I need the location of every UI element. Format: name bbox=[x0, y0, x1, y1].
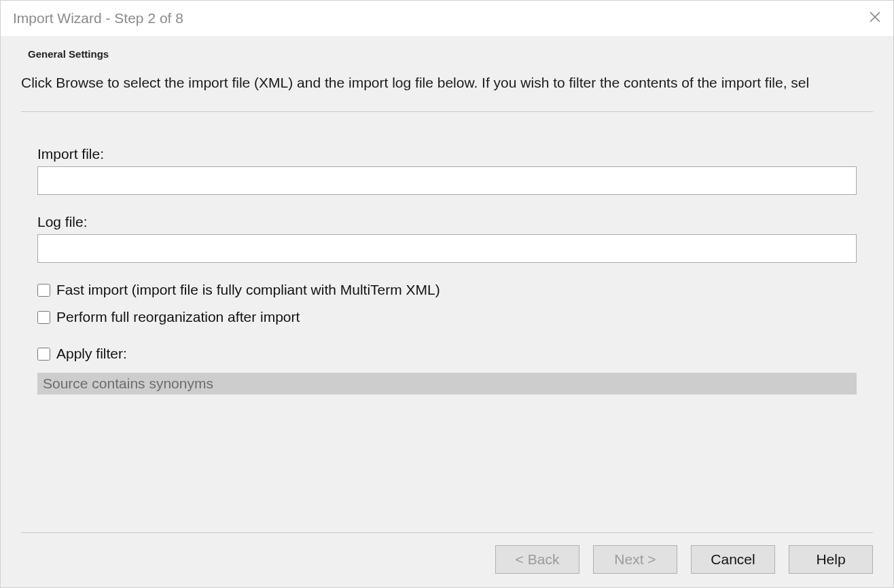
fast-import-label: Fast import (import file is fully compli… bbox=[56, 282, 440, 298]
help-button[interactable]: Help bbox=[789, 545, 873, 574]
client-area: General Settings Click Browse to select … bbox=[1, 36, 893, 587]
reorg-checkbox[interactable] bbox=[37, 311, 50, 324]
log-file-input[interactable] bbox=[37, 234, 857, 263]
form-area: Import file: Log file: Fast import (impo… bbox=[21, 146, 873, 394]
wizard-dialog: Import Wizard - Step 2 of 8 General Sett… bbox=[0, 0, 894, 588]
import-file-label: Import file: bbox=[37, 146, 857, 162]
fast-import-checkbox[interactable] bbox=[37, 284, 50, 297]
back-button[interactable]: < Back bbox=[495, 545, 579, 574]
log-file-label: Log file: bbox=[37, 214, 857, 230]
window-title: Import Wizard - Step 2 of 8 bbox=[13, 10, 183, 26]
section-heading: General Settings bbox=[28, 48, 873, 60]
reorg-row: Perform full reorganization after import bbox=[37, 309, 857, 325]
titlebar: Import Wizard - Step 2 of 8 bbox=[1, 1, 893, 36]
close-icon[interactable] bbox=[869, 11, 881, 26]
import-file-input[interactable] bbox=[37, 166, 857, 195]
button-row: < Back Next > Cancel Help bbox=[21, 545, 873, 574]
apply-filter-row: Apply filter: bbox=[37, 346, 857, 362]
filter-group: Apply filter: Source contains synonyms bbox=[37, 346, 857, 394]
next-button[interactable]: Next > bbox=[593, 545, 677, 574]
cancel-button[interactable]: Cancel bbox=[691, 545, 775, 574]
instruction-text: Click Browse to select the import file (… bbox=[21, 75, 873, 91]
divider-bottom bbox=[21, 532, 873, 533]
apply-filter-label: Apply filter: bbox=[56, 346, 127, 362]
footer: < Back Next > Cancel Help bbox=[21, 532, 873, 574]
apply-filter-checkbox[interactable] bbox=[37, 348, 50, 361]
filter-select[interactable]: Source contains synonyms bbox=[37, 373, 857, 394]
divider-top bbox=[21, 111, 873, 112]
fast-import-row: Fast import (import file is fully compli… bbox=[37, 282, 857, 298]
reorg-label: Perform full reorganization after import bbox=[56, 309, 300, 325]
